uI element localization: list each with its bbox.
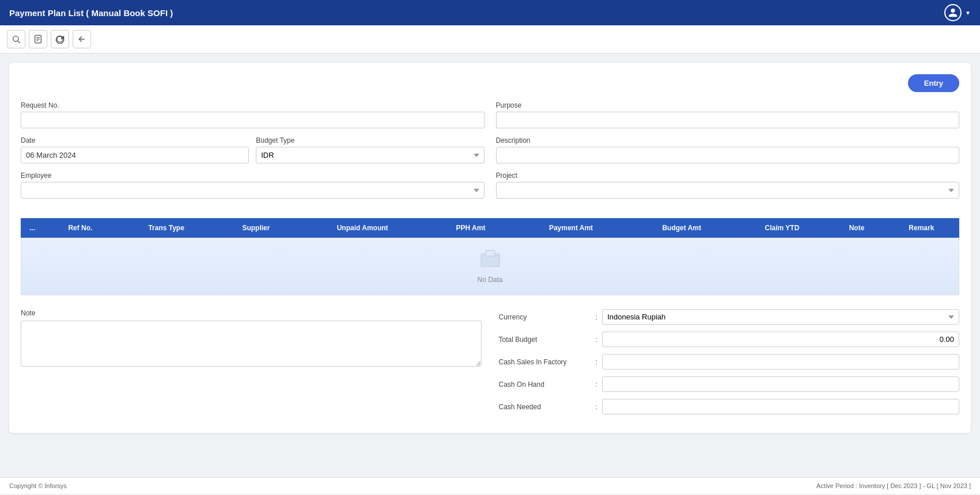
date-budget-row: Date Budget Type IDR USD EUR [21,136,485,172]
employee-label: Employee [21,172,485,180]
note-textarea[interactable] [21,321,482,367]
purpose-input[interactable] [496,112,960,128]
app-header: Payment Plan List ( Manual Book SOFI ) ▼ [0,0,980,25]
request-no-input[interactable] [21,112,485,128]
budget-type-group: Budget Type IDR USD EUR [256,136,484,163]
footer: Copyright © Inforsys Active Period : Inv… [0,477,980,494]
employee-group: Employee [21,172,485,199]
description-label: Description [496,136,960,144]
col-budget-amt: Budget Amt [629,218,735,238]
currency-select[interactable]: Indonesia Rupiah US Dollar Euro [602,309,959,325]
total-budget-label: Total Budget [499,336,591,344]
currency-row: Currency : Indonesia Rupiah US Dollar Eu… [499,309,960,325]
cash-on-hand-input[interactable] [602,376,959,392]
table-wrapper: ... Ref No. Trans Type Supplier Unpaid A… [21,218,959,295]
note-label: Note [21,309,482,317]
total-budget-input[interactable] [602,332,959,347]
form-left: Request No. Date Budget Type IDR USD EUR [21,101,485,207]
currency-label: Currency [499,313,591,321]
cash-needed-label: Cash Needed [499,403,591,411]
form-card: Entry Request No. Date Budget Type [9,63,971,433]
col-claim-ytd: Claim YTD [735,218,830,238]
main-content: Entry Request No. Date Budget Type [0,54,980,477]
cash-on-hand-label: Cash On Hand [499,380,591,389]
cash-sales-factory-row: Cash Sales In Factory : [499,354,960,370]
description-group: Description [496,136,960,163]
form-section: Request No. Date Budget Type IDR USD EUR [21,101,959,207]
currency-colon: : [596,313,598,321]
col-pph-amt: PPH Amt [429,218,513,238]
request-no-label: Request No. [21,101,485,109]
document-button[interactable] [29,30,47,48]
entry-button[interactable]: Entry [908,74,959,92]
purpose-group: Purpose [496,101,960,128]
cash-on-hand-row: Cash On Hand : [499,376,960,392]
form-right: Purpose Description Project [496,101,960,207]
cash-needed-colon: : [596,402,598,411]
budget-type-label: Budget Type [256,136,484,144]
col-supplier: Supplier [215,218,296,238]
project-select[interactable] [496,182,960,199]
cash-needed-input[interactable] [602,399,959,414]
refresh-button[interactable] [51,30,69,48]
copyright-text: Copyright © Inforsys [9,482,67,489]
description-input[interactable] [496,147,960,163]
cash-on-hand-colon: : [596,380,598,389]
col-ref-no: Ref No. [44,218,117,238]
user-menu[interactable]: ▼ [944,4,971,21]
svg-line-1 [18,41,20,43]
employee-select[interactable] [21,182,485,199]
col-trans-type: Trans Type [117,218,216,238]
cash-sales-factory-label: Cash Sales In Factory [499,358,591,366]
date-input[interactable] [21,147,249,163]
project-label: Project [496,172,960,180]
date-label: Date [21,136,249,144]
summary-section: Currency : Indonesia Rupiah US Dollar Eu… [499,309,960,421]
table-section: ... Ref No. Trans Type Supplier Unpaid A… [21,218,959,295]
user-avatar-icon [944,4,962,21]
search-button[interactable] [7,30,25,48]
col-note: Note [830,218,883,238]
bottom-section: Note Currency : Indonesia Rupiah US Doll… [21,309,959,421]
no-data-label: No Data [477,276,502,284]
cash-sales-factory-input[interactable] [602,354,959,370]
budget-type-select[interactable]: IDR USD EUR [256,147,484,163]
user-chevron-icon: ▼ [965,10,971,16]
active-period-text: Active Period : Inventory [ Dec 2023 ] -… [816,482,971,489]
app-title: Payment Plan List ( Manual Book SOFI ) [9,8,173,18]
note-section: Note [21,309,482,421]
no-data-area: No Data [21,238,959,295]
table-header: ... Ref No. Trans Type Supplier Unpaid A… [21,218,959,238]
data-table: ... Ref No. Trans Type Supplier Unpaid A… [21,218,959,238]
cash-needed-row: Cash Needed : [499,399,960,414]
col-unpaid-amount: Unpaid Amount [296,218,428,238]
total-budget-colon: : [596,335,598,344]
date-group: Date [21,136,249,163]
toolbar [0,25,980,54]
total-budget-row: Total Budget : [499,332,960,347]
purpose-label: Purpose [496,101,960,109]
col-payment-amt: Payment Amt [513,218,629,238]
col-remark: Remark [884,218,959,238]
request-no-group: Request No. [21,101,485,128]
col-dots: ... [21,218,44,238]
no-data-icon [479,249,502,273]
back-button[interactable] [73,30,91,48]
cash-sales-factory-colon: : [596,357,598,366]
project-group: Project [496,172,960,199]
svg-rect-7 [486,250,495,256]
svg-point-0 [13,36,18,41]
